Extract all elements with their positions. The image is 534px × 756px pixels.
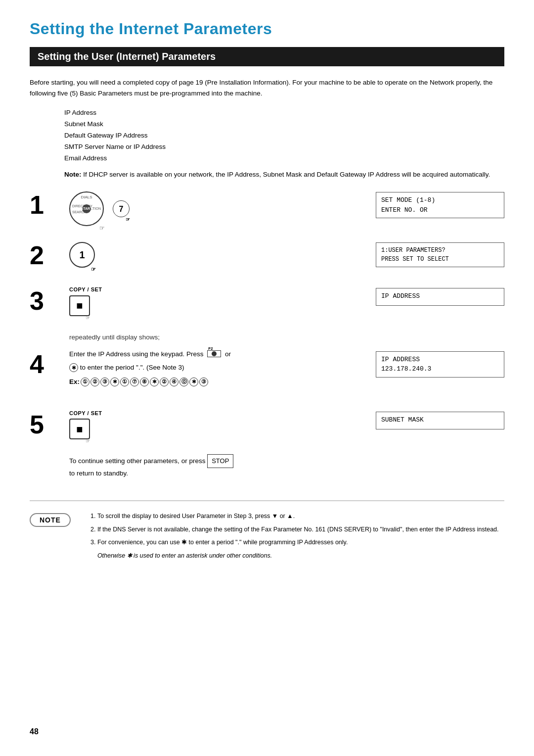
step-3-display: IP ADDRESS bbox=[376, 288, 504, 306]
note-items: To scroll the display to desired User Pa… bbox=[89, 511, 504, 561]
step-1: 1 DIALS DIRECTORYSEARCH FUNCTION START ☞ bbox=[30, 189, 504, 234]
step-5-note: To continue setting other parameters, or… bbox=[69, 454, 504, 479]
intro-text: Before starting, you will need a complet… bbox=[30, 77, 504, 98]
display-box-3: IP ADDRESS bbox=[376, 288, 504, 306]
param-item: IP Address bbox=[64, 107, 504, 119]
note-item-3: For convenience, you can use ✱ to enter … bbox=[97, 537, 504, 548]
note-item-1: To scroll the display to desired User Pa… bbox=[97, 511, 504, 521]
note-item-2: If the DNS Server is not available, chan… bbox=[97, 524, 504, 535]
step-number-1: 1 bbox=[30, 192, 64, 218]
display-box-4: IP ADDRESS 123.178.240.3 bbox=[376, 351, 504, 378]
section-header: Setting the User (Internet) Parameters bbox=[30, 47, 504, 66]
step-4: 4 Enter the IP Address using the keypad.… bbox=[30, 349, 504, 403]
step-1-controls: DIALS DIRECTORYSEARCH FUNCTION START ☞ 7… bbox=[69, 191, 130, 226]
inline-note: Note: If DHCP server is available on you… bbox=[30, 169, 504, 180]
note-footer: NOTE To scroll the display to desired Us… bbox=[30, 500, 504, 561]
p2-button[interactable]: P2 bbox=[207, 350, 221, 357]
ex-line: Ex: ① ② ③ ✱ ① ⑦ ⑧ ✱ ② ④ ⓪ ✱ ③ bbox=[69, 377, 366, 387]
step-4-display: IP ADDRESS 123.178.240.3 bbox=[376, 351, 504, 378]
param-list: IP Address Subnet Mask Default Gateway I… bbox=[30, 107, 504, 164]
step-5: 5 COPY / SET ■ ☞ To continue setting oth… bbox=[30, 409, 504, 480]
display-box-5: SUBNET MASK bbox=[376, 412, 504, 429]
dial-icon: DIALS DIRECTORYSEARCH FUNCTION START ☞ bbox=[69, 191, 104, 226]
param-item: SMTP Server Name or IP Address bbox=[64, 142, 504, 153]
step-3: 3 COPY / SET ■ ☞ repeatedly until displa… bbox=[30, 285, 504, 342]
step-number-2: 2 bbox=[30, 242, 64, 268]
note-italic: Otherwise ✱ is used to enter an asterisk… bbox=[97, 552, 272, 559]
step-1-display: SET MODE (1-8) ENTER NO. OR bbox=[376, 192, 504, 218]
or-text: or bbox=[225, 350, 231, 358]
step-5-display: SUBNET MASK bbox=[376, 412, 504, 429]
repeatedly-text: repeatedly until display shows; bbox=[69, 332, 504, 343]
step-number-4: 4 bbox=[30, 351, 64, 377]
star-icon: ✱ bbox=[69, 363, 78, 372]
note-label: NOTE bbox=[30, 513, 71, 527]
param-item: Default Gateway IP Address bbox=[64, 130, 504, 142]
display-box-1: SET MODE (1-8) ENTER NO. OR bbox=[376, 192, 504, 218]
step-number-3: 3 bbox=[30, 288, 64, 314]
step-2: 2 1 ☞ 1:USER PARAMETERS? PRESS SET TO SE… bbox=[30, 240, 504, 280]
step-number-5: 5 bbox=[30, 412, 64, 437]
display-box-2: 1:USER PARAMETERS? PRESS SET TO SELECT bbox=[376, 242, 504, 267]
page-number: 48 bbox=[30, 727, 39, 736]
step-2-display: 1:USER PARAMETERS? PRESS SET TO SELECT bbox=[376, 242, 504, 267]
param-item: Subnet Mask bbox=[64, 119, 504, 130]
steps-area: 1 DIALS DIRECTORYSEARCH FUNCTION START ☞ bbox=[30, 189, 504, 485]
key-1: 1 ☞ bbox=[69, 242, 95, 268]
page-title: Setting the Internet Parameters bbox=[30, 20, 504, 38]
copy-set-button-3[interactable]: ■ ☞ bbox=[69, 295, 90, 316]
stop-button[interactable]: STOP bbox=[207, 454, 233, 468]
param-item: Email Address bbox=[64, 153, 504, 164]
copy-set-button-5[interactable]: ■ ☞ bbox=[69, 419, 90, 439]
key-7: 7 ☞ bbox=[113, 200, 130, 217]
